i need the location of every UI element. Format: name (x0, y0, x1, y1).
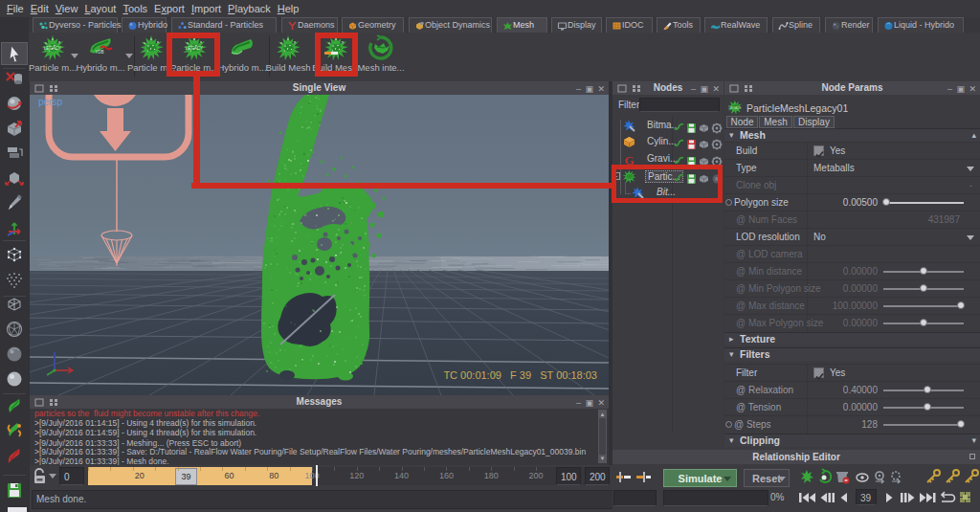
svg-text:TC 00:01:09 F 39 ST 00:18:: TC 00:01:09 F 39 ST 00:18:03 (443, 369, 597, 381)
svg-text:persp: persp (38, 97, 62, 107)
svg-text:YDB: YDB (95, 50, 103, 55)
svg-text:LEGACY: LEGACY (729, 106, 743, 110)
svg-text:LEGACY: LEGACY (44, 46, 61, 51)
